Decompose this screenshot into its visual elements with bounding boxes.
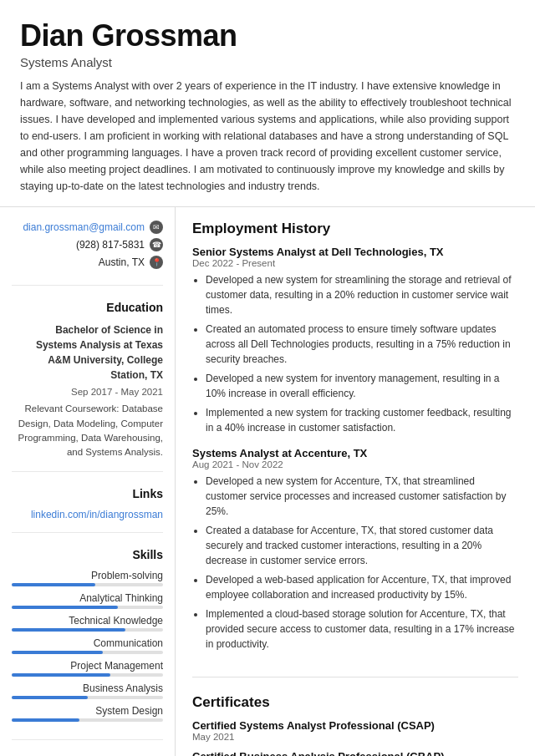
bullet: Developed a web-based application for Ac… [206, 572, 518, 602]
skills-section: Skills Problem-solving Analytical Thinki… [12, 548, 163, 740]
job-dates: Aug 2021 - Nov 2022 [192, 459, 518, 469]
skill-item: Communication [12, 637, 163, 654]
candidate-name: Dian Grossman [20, 18, 515, 53]
skill-bar-bg [12, 673, 163, 677]
email-link[interactable]: dian.grossman@gmail.com [23, 221, 145, 233]
bullet: Implemented a new system for tracking cu… [206, 405, 518, 435]
resume-header: Dian Grossman Systems Analyst I am a Sys… [0, 0, 535, 207]
job-title: Senior Systems Analyst at Dell Technolog… [192, 246, 518, 258]
location-contact: Austin, TX 📍 [12, 256, 163, 269]
phone-text: (928) 817-5831 [76, 239, 145, 251]
skill-bar-bg [12, 628, 163, 632]
phone-icon: ☎ [150, 238, 163, 251]
phone-contact: (928) 817-5831 ☎ [12, 238, 163, 251]
candidate-title: Systems Analyst [20, 55, 515, 69]
education-coursework: Relevant Coursework: Database Design, Da… [12, 402, 163, 459]
skill-bar-bg [12, 606, 163, 609]
location-icon: 📍 [150, 256, 163, 269]
cert-item: Certified Systems Analyst Professional (… [192, 719, 518, 742]
job-bullets: Developed a new system for streamlining … [192, 272, 518, 435]
education-title: Education [12, 301, 163, 314]
candidate-summary: I am a Systems Analyst with over 2 years… [20, 78, 515, 195]
certs-list: Certified Systems Analyst Professional (… [192, 719, 518, 756]
skill-label: System Design [12, 705, 163, 717]
skill-label: Business Analysis [12, 682, 163, 694]
links-section: Links linkedin.com/in/diangrossman [12, 487, 163, 533]
education-content: Bachelor of Science in Systems Analysis … [12, 322, 163, 459]
certificates-section: Certificates Certified Systems Analyst P… [192, 694, 518, 756]
sidebar: dian.grossman@gmail.com ✉ (928) 817-5831… [0, 207, 176, 756]
employment-title: Employment History [192, 221, 518, 237]
main-content: Employment History Senior Systems Analys… [176, 207, 535, 756]
skill-bar-fill [12, 651, 103, 654]
skill-bar-fill [12, 583, 95, 586]
skill-bar-fill [12, 673, 110, 677]
skill-label: Analytical Thinking [12, 592, 163, 604]
job-dates: Dec 2022 - Present [192, 258, 518, 268]
skill-label: Project Management [12, 660, 163, 672]
skill-label: Communication [12, 637, 163, 649]
skill-label: Problem-solving [12, 570, 163, 581]
email-contact: dian.grossman@gmail.com ✉ [12, 221, 163, 234]
skills-title: Skills [12, 548, 163, 561]
skill-bar-bg [12, 696, 163, 699]
skill-label: Technical Knowledge [12, 615, 163, 627]
education-section: Education Bachelor of Science in Systems… [12, 301, 163, 472]
skill-item: Problem-solving [12, 570, 163, 586]
linkedin-link[interactable]: linkedin.com/in/diangrossman [12, 509, 163, 520]
skill-bar-bg [12, 718, 163, 722]
education-dates: Sep 2017 - May 2021 [12, 385, 163, 399]
skill-bar-bg [12, 651, 163, 654]
job-item: Senior Systems Analyst at Dell Technolog… [192, 246, 518, 435]
skill-item: Business Analysis [12, 682, 163, 699]
skill-item: Analytical Thinking [12, 592, 163, 609]
bullet: Created a database for Accenture, TX, th… [206, 523, 518, 568]
email-icon: ✉ [150, 221, 163, 234]
bullet: Developed a new system for streamlining … [206, 272, 518, 317]
skill-bar-fill [12, 628, 125, 632]
education-degree: Bachelor of Science in Systems Analysis … [12, 322, 163, 383]
jobs-list: Senior Systems Analyst at Dell Technolog… [192, 246, 518, 652]
skill-item: System Design [12, 705, 163, 722]
links-title: Links [12, 487, 163, 500]
cert-date: May 2021 [192, 732, 518, 742]
cert-name: Certified Business Analysis Professional… [192, 750, 518, 756]
job-item: Systems Analyst at Accenture, TX Aug 202… [192, 447, 518, 652]
skill-item: Project Management [12, 660, 163, 677]
bullet: Created an automated process to ensure t… [206, 322, 518, 367]
contact-section: dian.grossman@gmail.com ✉ (928) 817-5831… [12, 221, 163, 286]
skill-item: Technical Knowledge [12, 615, 163, 632]
bullet: Developed a new system for Accenture, TX… [206, 474, 518, 519]
bullet: Developed a new system for inventory man… [206, 371, 518, 401]
certificates-title: Certificates [192, 694, 518, 711]
job-title: Systems Analyst at Accenture, TX [192, 447, 518, 459]
skill-bar-fill [12, 606, 118, 609]
main-layout: dian.grossman@gmail.com ✉ (928) 817-5831… [0, 207, 535, 756]
cert-item: Certified Business Analysis Professional… [192, 750, 518, 756]
location-text: Austin, TX [99, 256, 145, 268]
employment-section: Employment History Senior Systems Analys… [192, 221, 518, 677]
job-bullets: Developed a new system for Accenture, TX… [192, 474, 518, 652]
skill-bar-fill [12, 696, 88, 699]
skill-bar-bg [12, 583, 163, 586]
cert-name: Certified Systems Analyst Professional (… [192, 719, 518, 732]
skills-list: Problem-solving Analytical Thinking Tech… [12, 570, 163, 722]
skill-bar-fill [12, 718, 79, 722]
bullet: Implemented a cloud-based storage soluti… [206, 606, 518, 652]
